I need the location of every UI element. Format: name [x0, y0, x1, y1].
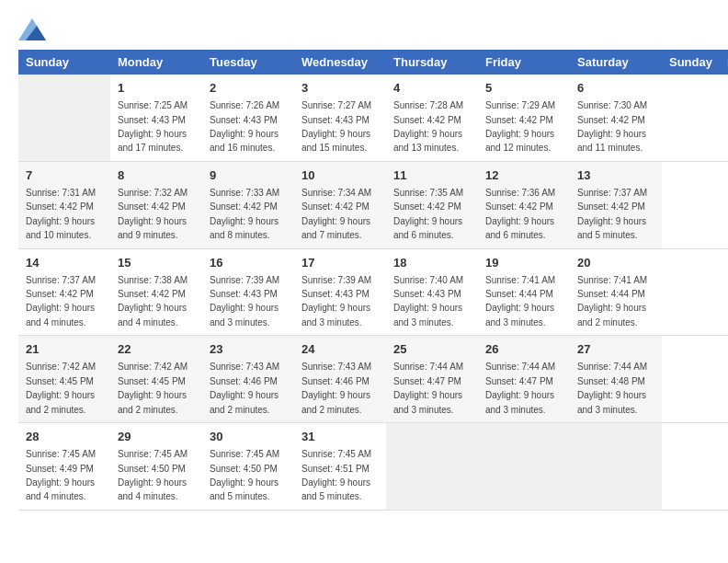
- day-info: Sunrise: 7:42 AMSunset: 4:45 PMDaylight:…: [118, 362, 188, 414]
- day-info: Sunrise: 7:37 AMSunset: 4:42 PMDaylight:…: [26, 275, 96, 327]
- day-info: Sunrise: 7:44 AMSunset: 4:47 PMDaylight:…: [393, 362, 463, 414]
- day-number: 1: [118, 80, 195, 97]
- day-info: Sunrise: 7:41 AMSunset: 4:44 PMDaylight:…: [485, 275, 555, 327]
- day-info: Sunrise: 7:34 AMSunset: 4:42 PMDaylight:…: [301, 188, 371, 240]
- day-number: 7: [26, 167, 103, 184]
- day-number: 21: [26, 341, 103, 358]
- day-info: Sunrise: 7:27 AMSunset: 4:43 PMDaylight:…: [301, 100, 371, 153]
- day-number: 30: [210, 429, 287, 445]
- calendar-cell: 17Sunrise: 7:39 AMSunset: 4:43 PMDayligh…: [294, 248, 386, 336]
- calendar-week-3: 14Sunrise: 7:37 AMSunset: 4:42 PMDayligh…: [18, 248, 728, 336]
- calendar-cell: 22Sunrise: 7:42 AMSunset: 4:45 PMDayligh…: [110, 336, 202, 423]
- header-thursday: Thursday: [386, 50, 478, 75]
- day-info: Sunrise: 7:44 AMSunset: 4:47 PMDaylight:…: [485, 362, 555, 414]
- calendar-cell: [386, 423, 478, 511]
- day-number: 8: [118, 167, 195, 184]
- header-friday: Friday: [478, 50, 570, 75]
- calendar-cell: 6Sunrise: 7:30 AMSunset: 4:42 PMDaylight…: [570, 75, 662, 161]
- calendar-cell: 21Sunrise: 7:42 AMSunset: 4:45 PMDayligh…: [18, 336, 110, 423]
- day-number: 5: [485, 80, 563, 97]
- day-number: 19: [485, 255, 563, 271]
- header-monday: Monday: [110, 50, 202, 75]
- calendar-cell: 1Sunrise: 7:25 AMSunset: 4:43 PMDaylight…: [110, 75, 202, 161]
- header-sunday: Sunday: [18, 50, 110, 75]
- day-number: 18: [393, 255, 471, 271]
- day-number: 22: [118, 341, 195, 358]
- calendar-cell: 10Sunrise: 7:34 AMSunset: 4:42 PMDayligh…: [294, 161, 386, 248]
- calendar-cell: 11Sunrise: 7:35 AMSunset: 4:42 PMDayligh…: [386, 161, 478, 248]
- day-number: 29: [118, 429, 195, 445]
- calendar-cell: [478, 423, 570, 511]
- day-number: 28: [26, 429, 103, 445]
- day-number: 20: [577, 255, 654, 271]
- header-tuesday: Tuesday: [202, 50, 294, 75]
- day-number: 13: [577, 167, 654, 184]
- day-info: Sunrise: 7:40 AMSunset: 4:43 PMDaylight:…: [393, 275, 463, 327]
- calendar-cell: 30Sunrise: 7:45 AMSunset: 4:50 PMDayligh…: [202, 423, 294, 511]
- logo-icon: [18, 18, 46, 40]
- calendar-cell: 13Sunrise: 7:37 AMSunset: 4:42 PMDayligh…: [570, 161, 662, 248]
- day-number: 6: [577, 80, 654, 97]
- day-info: Sunrise: 7:45 AMSunset: 4:51 PMDaylight:…: [301, 449, 371, 501]
- calendar-cell: 12Sunrise: 7:36 AMSunset: 4:42 PMDayligh…: [478, 161, 570, 248]
- calendar-cell: 24Sunrise: 7:43 AMSunset: 4:46 PMDayligh…: [294, 336, 386, 423]
- day-info: Sunrise: 7:44 AMSunset: 4:48 PMDaylight:…: [577, 362, 647, 414]
- day-info: Sunrise: 7:41 AMSunset: 4:44 PMDaylight:…: [577, 275, 647, 327]
- day-info: Sunrise: 7:28 AMSunset: 4:42 PMDaylight:…: [393, 100, 463, 153]
- day-number: 24: [301, 341, 379, 358]
- day-info: Sunrise: 7:32 AMSunset: 4:42 PMDaylight:…: [118, 188, 188, 240]
- day-number: 27: [577, 341, 654, 358]
- calendar-week-1: 1Sunrise: 7:25 AMSunset: 4:43 PMDaylight…: [18, 75, 728, 161]
- calendar-week-5: 28Sunrise: 7:45 AMSunset: 4:49 PMDayligh…: [18, 423, 728, 511]
- day-info: Sunrise: 7:36 AMSunset: 4:42 PMDaylight:…: [485, 188, 555, 240]
- day-info: Sunrise: 7:39 AMSunset: 4:43 PMDaylight:…: [301, 275, 371, 327]
- calendar-cell: 27Sunrise: 7:44 AMSunset: 4:48 PMDayligh…: [570, 336, 662, 423]
- day-number: 2: [210, 80, 287, 97]
- calendar-cell: [18, 75, 110, 161]
- calendar-cell: 19Sunrise: 7:41 AMSunset: 4:44 PMDayligh…: [478, 248, 570, 336]
- calendar-cell: 3Sunrise: 7:27 AMSunset: 4:43 PMDaylight…: [294, 75, 386, 161]
- day-info: Sunrise: 7:45 AMSunset: 4:50 PMDaylight:…: [210, 449, 279, 501]
- day-info: Sunrise: 7:25 AMSunset: 4:43 PMDaylight:…: [118, 100, 188, 153]
- header: [18, 18, 710, 40]
- day-number: 15: [118, 255, 195, 271]
- day-number: 16: [210, 255, 287, 271]
- day-info: Sunrise: 7:30 AMSunset: 4:42 PMDaylight:…: [577, 100, 647, 153]
- day-info: Sunrise: 7:38 AMSunset: 4:42 PMDaylight:…: [118, 275, 188, 327]
- day-info: Sunrise: 7:42 AMSunset: 4:45 PMDaylight:…: [26, 362, 96, 414]
- day-info: Sunrise: 7:31 AMSunset: 4:42 PMDaylight:…: [26, 188, 96, 240]
- header-day-monday: Monday: [720, 50, 728, 75]
- day-number: 10: [301, 167, 379, 184]
- day-number: 11: [393, 167, 471, 184]
- calendar-cell: 31Sunrise: 7:45 AMSunset: 4:51 PMDayligh…: [294, 423, 386, 511]
- day-number: 12: [485, 167, 563, 184]
- calendar-cell: 2Sunrise: 7:26 AMSunset: 4:43 PMDaylight…: [202, 75, 294, 161]
- calendar-week-2: 7Sunrise: 7:31 AMSunset: 4:42 PMDaylight…: [18, 161, 728, 248]
- calendar-cell: 28Sunrise: 7:45 AMSunset: 4:49 PMDayligh…: [18, 423, 110, 511]
- calendar-cell: 20Sunrise: 7:41 AMSunset: 4:44 PMDayligh…: [570, 248, 662, 336]
- day-number: 26: [485, 341, 563, 358]
- day-number: 14: [26, 255, 103, 271]
- day-info: Sunrise: 7:35 AMSunset: 4:42 PMDaylight:…: [393, 188, 463, 240]
- calendar-cell: 18Sunrise: 7:40 AMSunset: 4:43 PMDayligh…: [386, 248, 478, 336]
- calendar-cell: 26Sunrise: 7:44 AMSunset: 4:47 PMDayligh…: [478, 336, 570, 423]
- header-day-sunday: Sunday: [662, 50, 720, 75]
- calendar-cell: 29Sunrise: 7:45 AMSunset: 4:50 PMDayligh…: [110, 423, 202, 511]
- day-info: Sunrise: 7:45 AMSunset: 4:50 PMDaylight:…: [118, 449, 188, 501]
- day-info: Sunrise: 7:43 AMSunset: 4:46 PMDaylight:…: [210, 362, 279, 414]
- day-number: 23: [210, 341, 287, 358]
- calendar-cell: 5Sunrise: 7:29 AMSunset: 4:42 PMDaylight…: [478, 75, 570, 161]
- day-number: 9: [210, 167, 287, 184]
- day-info: Sunrise: 7:26 AMSunset: 4:43 PMDaylight:…: [210, 100, 279, 153]
- calendar-table: SundayMondayTuesdayWednesdayThursdayFrid…: [18, 50, 728, 511]
- calendar-cell: 15Sunrise: 7:38 AMSunset: 4:42 PMDayligh…: [110, 248, 202, 336]
- header-wednesday: Wednesday: [294, 50, 386, 75]
- calendar-cell: 7Sunrise: 7:31 AMSunset: 4:42 PMDaylight…: [18, 161, 110, 248]
- day-info: Sunrise: 7:45 AMSunset: 4:49 PMDaylight:…: [26, 449, 96, 501]
- day-info: Sunrise: 7:33 AMSunset: 4:42 PMDaylight:…: [210, 188, 279, 240]
- day-info: Sunrise: 7:37 AMSunset: 4:42 PMDaylight:…: [577, 188, 647, 240]
- calendar-cell: 8Sunrise: 7:32 AMSunset: 4:42 PMDaylight…: [110, 161, 202, 248]
- day-info: Sunrise: 7:39 AMSunset: 4:43 PMDaylight:…: [210, 275, 279, 327]
- calendar-cell: 14Sunrise: 7:37 AMSunset: 4:42 PMDayligh…: [18, 248, 110, 336]
- calendar-cell: 16Sunrise: 7:39 AMSunset: 4:43 PMDayligh…: [202, 248, 294, 336]
